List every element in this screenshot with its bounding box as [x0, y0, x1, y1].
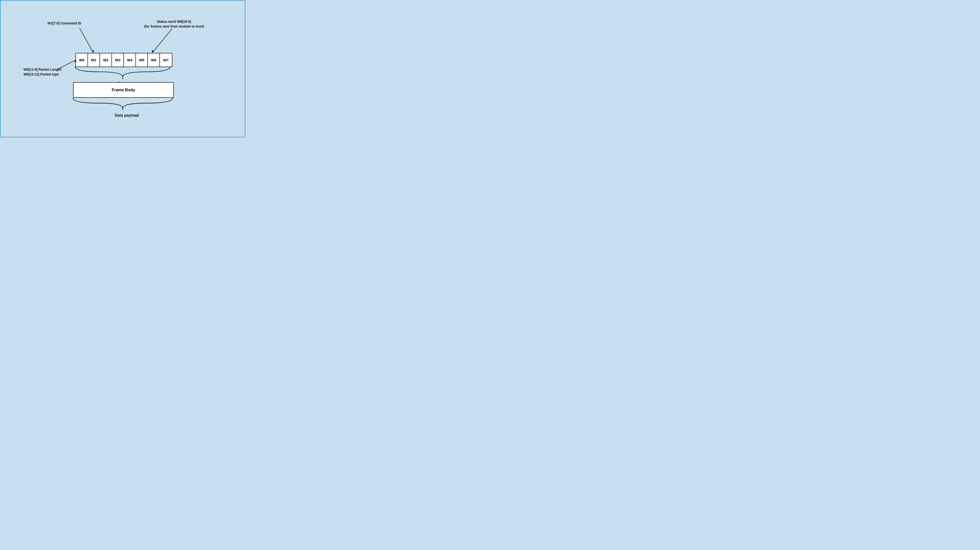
- cell-w1: W1: [88, 54, 100, 67]
- cell-w7: W7: [160, 54, 172, 67]
- svg-line-2: [153, 29, 172, 52]
- svg-line-0: [80, 28, 93, 52]
- cell-w3: W3: [112, 54, 124, 67]
- frame-body-box: Frame Body: [73, 82, 174, 98]
- data-payload-label: Data payload: [115, 113, 139, 118]
- cell-w4: W4: [124, 54, 136, 67]
- cell-w6: W6: [148, 54, 160, 67]
- cell-w0: W0: [76, 54, 88, 67]
- cell-w2: W2: [100, 54, 112, 67]
- command-id-label: W1[7:0] Command ID: [48, 21, 81, 26]
- packet-info-label: W0[11:0] Packet Lenght W0[15:12] Packet …: [24, 67, 61, 77]
- diagram-container: W0 W1 W2 W3 W4 W5 W6 W7 Descriptor Frame…: [1, 1, 245, 137]
- cell-w5: W5: [136, 54, 148, 67]
- descriptor-row: W0 W1 W2 W3 W4 W5 W6 W7: [75, 53, 172, 67]
- status-word-label: Status word W6[15:0] (for frames sent fr…: [144, 19, 204, 29]
- frame-body-label: Frame Body: [112, 88, 135, 92]
